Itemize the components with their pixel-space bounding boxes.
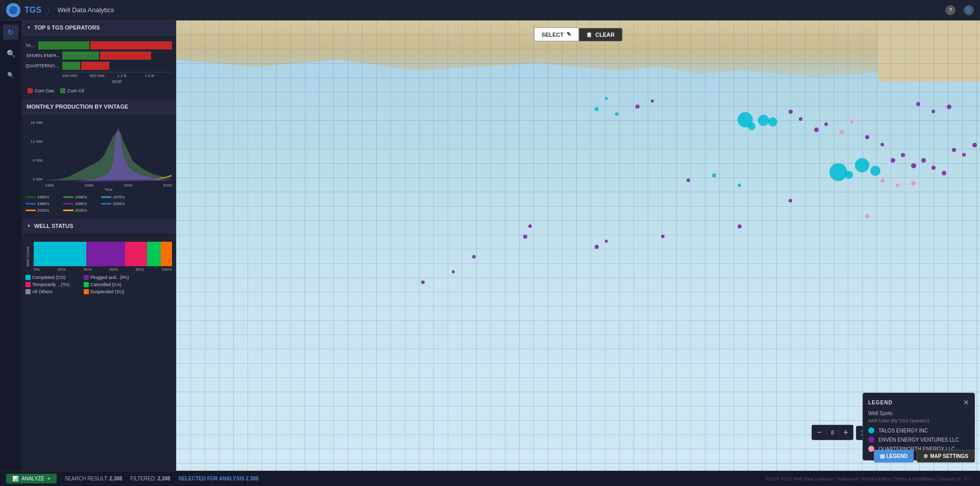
operator-label-2: ENVEN ENER... xyxy=(26,53,60,58)
well-dot-6[interactable] xyxy=(758,115,769,126)
map-area[interactable]: ‹ SELECT ✎ 🗑 CLEAR − 8 + ⛶ LEGEND ✕ Well… xyxy=(176,20,980,471)
well-dot-46[interactable] xyxy=(712,173,716,177)
well-dot-14[interactable] xyxy=(850,120,853,123)
well-dot-18[interactable] xyxy=(855,158,869,172)
zoom-out-button[interactable]: − xyxy=(812,425,826,440)
well-dot-26[interactable] xyxy=(942,171,946,175)
well-dot-45[interactable] xyxy=(738,184,741,187)
well-dot-19[interactable] xyxy=(870,166,880,176)
operator-gas-bar-3 xyxy=(81,62,109,70)
well-dot-22[interactable] xyxy=(901,153,905,157)
production-section-header[interactable]: MONTHLY PRODUCTION BY VINTAGE xyxy=(21,99,176,114)
well-dot-16[interactable] xyxy=(880,143,884,146)
well-dot-37[interactable] xyxy=(523,235,527,239)
status-plugged: Plugged and...(PA) xyxy=(84,275,140,280)
well-dot-8[interactable] xyxy=(748,122,755,130)
well-dot-28[interactable] xyxy=(896,184,899,187)
axis-12b: 1.2 B xyxy=(117,73,145,78)
axis-400mm: 400 MM xyxy=(62,73,90,78)
operator-oil-bar-2 xyxy=(62,52,99,60)
well-dot-25[interactable] xyxy=(932,166,936,170)
map-settings-button[interactable]: ⚙ MAP SETTINGS xyxy=(917,450,975,463)
sidebar-refresh-icon[interactable]: ↻ xyxy=(3,24,18,40)
legend-close-button[interactable]: ✕ xyxy=(963,398,969,406)
zoom-in-button[interactable]: + xyxy=(839,425,853,440)
well-dot-43[interactable] xyxy=(972,143,977,147)
well-dot-36[interactable] xyxy=(528,224,532,228)
operators-x-axis: 400 MM 800 MM 1.2 B 1.6 B xyxy=(62,72,172,78)
cum-oil-label: Cum Oil xyxy=(67,88,84,93)
well-dot-7[interactable] xyxy=(768,117,777,126)
vintage-line-1970s xyxy=(101,196,111,198)
well-dot-23[interactable] xyxy=(911,163,916,168)
well-dot-3[interactable] xyxy=(635,105,640,109)
well-dot-2[interactable] xyxy=(615,112,619,116)
well-dot-20[interactable] xyxy=(845,171,853,179)
well-dot-12[interactable] xyxy=(824,122,828,126)
legend-toggle-button[interactable]: ▤ LEGEND xyxy=(874,450,914,463)
well-dot-10[interactable] xyxy=(799,117,802,121)
well-dot-9[interactable] xyxy=(789,110,793,114)
operators-section: TALOS ENER... ENVEN ENER... QU xyxy=(21,35,176,97)
wellstatus-bar xyxy=(34,242,172,266)
clear-button[interactable]: 🗑 CLEAR xyxy=(579,28,622,41)
well-dot-17[interactable] xyxy=(829,163,847,181)
status-others: All Others xyxy=(26,289,82,294)
y-12mm: 12 MM xyxy=(31,139,43,144)
vintage-label-2000s: 2000's xyxy=(113,201,125,206)
well-dot-29[interactable] xyxy=(911,181,916,186)
well-dot-15[interactable] xyxy=(865,135,869,139)
vintage-line-2020s xyxy=(63,210,74,211)
well-dot-35[interactable] xyxy=(605,240,608,243)
legend-entry-talos: TALOS ENERGY INC xyxy=(868,427,969,433)
filtered-value: 2,388 xyxy=(158,476,170,481)
analyze-button[interactable]: 📊 ANALYZE + xyxy=(6,474,57,483)
boe-unit: BOE xyxy=(62,78,172,84)
map-settings-label: MAP SETTINGS xyxy=(930,453,968,459)
topbar-right: ? 👤 xyxy=(945,5,974,15)
well-dot-21[interactable] xyxy=(891,158,895,163)
wellstatus-chevron: ▼ xyxy=(27,223,31,228)
wellstatus-section-header[interactable]: ▼ WELL STATUS xyxy=(21,219,176,234)
cum-gas-label: Cum Gas xyxy=(35,88,54,93)
wellstatus-y-label: Well Count xyxy=(26,247,30,267)
well-dot-27[interactable] xyxy=(880,178,885,183)
well-dot-40[interactable] xyxy=(421,280,425,284)
cursor-icon: ✎ xyxy=(567,31,571,38)
well-dot-24[interactable] xyxy=(921,158,926,163)
sidebar-search-icon[interactable]: 🔍 xyxy=(3,46,18,61)
status-bar: 📊 ANALYZE + SEARCH RESULT: 2,388 FILTERE… xyxy=(0,471,980,486)
well-dot-41[interactable] xyxy=(952,148,956,152)
well-dot-50[interactable] xyxy=(947,105,951,109)
vintage-1970s: 1970's xyxy=(101,195,137,199)
well-dot-38[interactable] xyxy=(472,255,476,259)
well-dot-33[interactable] xyxy=(661,235,665,238)
well-dot-1[interactable] xyxy=(605,97,608,100)
user-icon[interactable]: 👤 xyxy=(964,5,974,15)
search-result-value: 2,388 xyxy=(109,476,122,481)
well-dot-39[interactable] xyxy=(452,270,455,273)
well-dot-47[interactable] xyxy=(687,178,690,182)
topbar: TGS ) Well Data Analytics ? 👤 xyxy=(0,0,980,20)
well-dot-34[interactable] xyxy=(595,245,599,249)
well-dot-32[interactable] xyxy=(738,224,742,228)
well-dot-31[interactable] xyxy=(865,214,869,218)
y-16mm: 16 MM xyxy=(31,120,43,125)
select-button[interactable]: SELECT ✎ xyxy=(534,28,579,41)
sidebar-zoom-out-icon[interactable]: 🔍 xyxy=(3,67,18,83)
operators-section-header[interactable]: ▼ TOP 5 TGS OPERATORS xyxy=(21,20,176,35)
well-dot-13[interactable] xyxy=(840,130,844,134)
map-grid xyxy=(176,20,980,471)
well-dot-49[interactable] xyxy=(932,110,935,113)
help-icon[interactable]: ? xyxy=(945,5,955,15)
well-dot-42[interactable] xyxy=(962,153,966,157)
completed-label: Completed (CO) xyxy=(32,275,66,280)
well-dot-0[interactable] xyxy=(595,107,599,111)
analyze-label: ANALYZE xyxy=(21,476,44,481)
cum-oil-dot xyxy=(60,88,65,93)
well-dot-30[interactable] xyxy=(789,199,792,202)
well-dot-4[interactable] xyxy=(651,99,654,103)
enven-color-dot xyxy=(868,437,874,443)
well-dot-48[interactable] xyxy=(916,102,920,106)
well-dot-11[interactable] xyxy=(814,127,819,132)
